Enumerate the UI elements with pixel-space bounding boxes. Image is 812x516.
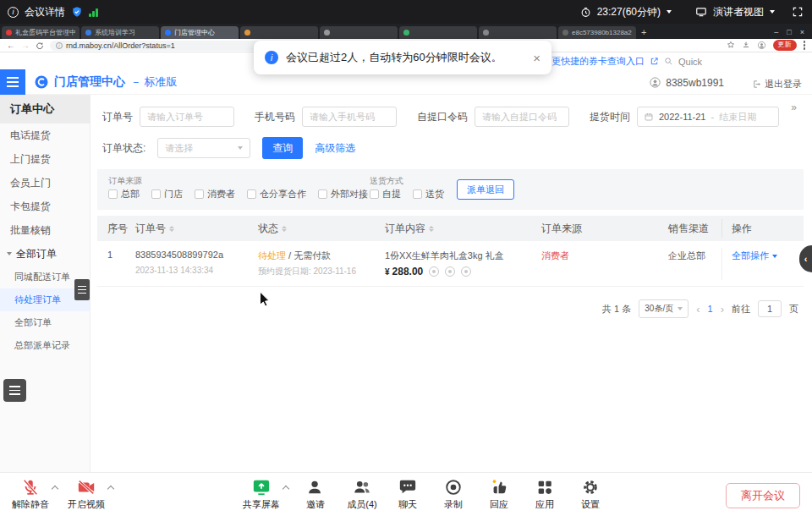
unmute-button[interactable]: 解除静音 xyxy=(6,478,55,511)
order-content-icon[interactable] xyxy=(461,266,471,277)
drag-handle-widget[interactable] xyxy=(74,279,90,300)
mouse-cursor xyxy=(259,291,271,308)
tab-favicon xyxy=(85,30,91,36)
checkbox-store[interactable]: 门店 xyxy=(151,188,183,200)
profile-avatar-icon[interactable] xyxy=(757,41,766,50)
order-no-label: 订单号 xyxy=(102,110,133,124)
sidebar-item-phone-pickup[interactable]: 电话提货 xyxy=(0,124,90,147)
goto-page-input[interactable] xyxy=(758,300,782,317)
apps-button[interactable]: 应用 xyxy=(520,478,569,511)
phone-input[interactable] xyxy=(302,107,397,127)
column-status[interactable]: 状态 xyxy=(258,216,287,241)
prev-page-button[interactable]: ‹ xyxy=(696,303,700,316)
site-info-icon[interactable]: i xyxy=(56,42,63,49)
meeting-topbar: i 会议详情 23:27(60分钟) 演讲者视图 xyxy=(0,0,812,24)
search-button[interactable]: 查询 xyxy=(262,137,303,159)
pickup-code-input[interactable] xyxy=(475,107,569,127)
browser-menu-icon[interactable] xyxy=(804,41,806,50)
row-action-dropdown[interactable]: 全部操作 xyxy=(732,250,777,262)
fullscreen-icon[interactable] xyxy=(792,6,804,18)
meeting-info-icon[interactable]: i xyxy=(8,7,19,18)
column-order-no[interactable]: 订单号 xyxy=(135,216,174,241)
meeting-details-label[interactable]: 会议详情 xyxy=(25,5,65,19)
checkbox-delivery[interactable]: 送货 xyxy=(413,188,444,200)
timer-dropdown-icon[interactable] xyxy=(667,10,672,14)
dispatch-return-button[interactable]: 派单退回 xyxy=(457,179,514,200)
forward-icon[interactable]: → xyxy=(21,41,30,50)
sidebar-subitem-all-orders[interactable]: 全部订单 xyxy=(0,311,90,334)
share-screen-button[interactable]: 共享屏幕 xyxy=(237,478,286,511)
info-icon: i xyxy=(265,51,278,64)
window-close-button[interactable]: × xyxy=(800,28,804,36)
view-mode-dropdown-icon[interactable] xyxy=(770,10,775,14)
current-page[interactable]: 1 xyxy=(708,304,713,314)
browser-tab[interactable] xyxy=(399,26,477,39)
column-content[interactable]: 订单内容 xyxy=(385,216,434,241)
checkbox-consumer[interactable]: 消费者 xyxy=(195,188,235,200)
advanced-filter-link[interactable]: 高级筛选 xyxy=(315,141,355,156)
sidebar-item-card-pickup[interactable]: 卡包提货 xyxy=(0,195,90,218)
browser-tab[interactable] xyxy=(479,26,557,39)
order-content-icon[interactable] xyxy=(445,266,455,277)
sidebar-item-door-pickup[interactable]: 上门提货 xyxy=(0,147,90,171)
username: 8385wb1991 xyxy=(666,77,724,89)
app-menu-toggle[interactable] xyxy=(0,69,25,95)
browser-tab[interactable]: 礼盒蛋码平台管理中心 xyxy=(2,26,80,39)
settings-button[interactable]: 设置 xyxy=(566,478,615,511)
sidebar-subitem-hq-dispatch[interactable]: 总部派单记录 xyxy=(0,334,90,357)
logout-button[interactable]: 退出登录 xyxy=(752,78,802,91)
reactions-button[interactable]: 回应 xyxy=(475,478,524,511)
chrome-update-button[interactable]: 更新 xyxy=(773,40,797,50)
user-account[interactable]: 8385wb1991 xyxy=(649,76,724,89)
next-page-button[interactable]: › xyxy=(721,303,724,316)
page-size-select[interactable]: 30条/页 xyxy=(639,299,689,318)
shield-check-icon[interactable] xyxy=(71,6,83,18)
browser-tab-active[interactable]: 门店管理中心 xyxy=(161,26,239,39)
panel-collapse-icon[interactable]: » xyxy=(791,102,797,113)
reload-icon[interactable] xyxy=(36,41,44,50)
browser-tab[interactable]: e8c573980b1328a258fd2e6ii xyxy=(558,26,636,39)
tab-favicon xyxy=(324,30,330,36)
checkbox-warehouse-share[interactable]: 仓分享合作 xyxy=(247,188,306,200)
members-icon xyxy=(353,478,371,497)
url-field[interactable]: i rnd.maboy.cn/AllOrder?status=1 xyxy=(50,41,287,51)
toast-close-icon[interactable]: × xyxy=(533,51,540,65)
floating-list-widget[interactable] xyxy=(3,379,26,402)
quick-entry-link[interactable]: 更快捷的券卡查询入口 xyxy=(551,55,645,68)
record-button[interactable]: 录制 xyxy=(429,478,478,511)
bookmark-star-icon[interactable] xyxy=(727,41,735,49)
order-no-input[interactable] xyxy=(140,107,234,127)
browser-tab[interactable]: 系统培训学习 xyxy=(81,26,159,39)
start-video-button[interactable]: 开启视频 xyxy=(62,478,111,511)
browser-tab[interactable] xyxy=(320,26,398,39)
sort-icon[interactable] xyxy=(429,226,434,232)
chat-button[interactable]: 聊天 xyxy=(383,478,432,511)
sort-icon[interactable] xyxy=(282,226,287,232)
download-icon[interactable] xyxy=(742,41,750,49)
sidebar-group-all-orders[interactable]: 全部订单 xyxy=(0,242,90,266)
sidebar-item-member-visit[interactable]: 会员上门 xyxy=(0,171,90,195)
external-link-icon[interactable] xyxy=(650,57,659,66)
leave-meeting-button[interactable]: 离开会议 xyxy=(726,483,800,508)
quick-label[interactable]: Quick xyxy=(678,57,702,67)
browser-tab[interactable] xyxy=(240,26,318,39)
sort-icon[interactable] xyxy=(169,226,174,232)
order-status-select[interactable]: 请选择 xyxy=(157,138,250,158)
window-maximize-button[interactable]: □ xyxy=(787,28,791,36)
view-mode-label[interactable]: 演讲者视图 xyxy=(713,5,764,19)
checkbox-external[interactable]: 外部对接 xyxy=(318,188,368,200)
date-range-picker[interactable]: 2022-11-21 - 结束日期 xyxy=(637,107,779,127)
filter-row-1: 订单号 手机号码 自提口令码 提货时间 2022-11-21 - 结束日期 xyxy=(102,107,779,127)
order-source-options: 总部 门店 消费者 仓分享合作 外部对接 xyxy=(108,188,368,200)
sidebar-item-batch-verify[interactable]: 批量核销 xyxy=(0,218,90,242)
window-minimize-button[interactable]: – xyxy=(774,28,778,36)
checkbox-self-pickup[interactable]: 自提 xyxy=(370,188,401,200)
back-icon[interactable]: ← xyxy=(7,41,15,50)
checkbox-hq[interactable]: 总部 xyxy=(108,188,140,200)
order-content-icon[interactable] xyxy=(429,266,439,277)
new-tab-button[interactable]: + xyxy=(641,27,646,37)
invite-button[interactable]: 邀请 xyxy=(291,478,340,511)
network-signal-icon xyxy=(89,8,98,17)
pagination-total: 共 1 条 xyxy=(602,303,631,316)
members-button[interactable]: 成员(4) xyxy=(337,478,387,511)
